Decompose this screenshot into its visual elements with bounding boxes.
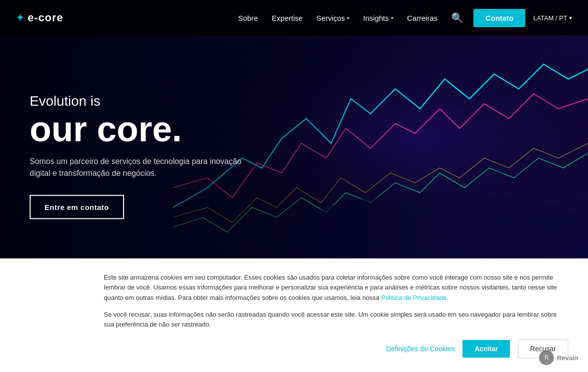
cookie-accept-button[interactable]: Aceitar <box>462 340 509 358</box>
cookie-secondary-text: Se você recusar, suas informações não se… <box>104 310 568 330</box>
search-button[interactable]: 🔍 <box>451 12 463 24</box>
main-header: ✦ e-core Sobre Expertise Serviços ▾ Insi… <box>0 0 588 36</box>
nav-item-servicos[interactable]: Serviços ▾ <box>317 14 350 22</box>
revain-label: Revain <box>557 354 578 362</box>
hero-description: Somos um parceiro de serviços de tecnolo… <box>30 156 242 179</box>
logo-area: ✦ e-core <box>16 11 63 24</box>
lang-selector[interactable]: LATAM / PT ▾ <box>533 14 572 22</box>
revain-badge: R Revain <box>539 350 578 365</box>
logo-text-label: e-core <box>28 11 63 24</box>
nav-item-carreiras[interactable]: Carreiras <box>407 14 438 22</box>
lang-label: LATAM / PT <box>533 14 567 22</box>
cookie-main-text: Este site armazena cookies em seu comput… <box>104 273 568 302</box>
insights-chevron-icon: ▾ <box>391 15 393 21</box>
logo-star-icon: ✦ <box>16 12 25 24</box>
logo[interactable]: ✦ e-core <box>16 11 63 24</box>
servicos-chevron-icon: ▾ <box>347 15 349 21</box>
lang-chevron-icon: ▾ <box>569 15 572 21</box>
hero-subtitle: Evolution is <box>30 93 242 109</box>
hero-cta-button[interactable]: Entre em contato <box>30 195 124 219</box>
cookie-actions: Definições de Cookies Aceitar Recusar <box>104 339 568 358</box>
revain-icon: R <box>539 350 554 365</box>
hero-title: our core. <box>30 111 242 147</box>
cookie-banner: Este site armazena cookies em seu comput… <box>0 258 588 372</box>
main-nav: Sobre Expertise Serviços ▾ Insights ▾ Ca… <box>238 14 437 22</box>
search-icon: 🔍 <box>451 12 463 24</box>
nav-item-insights[interactable]: Insights ▾ <box>363 14 393 22</box>
nav-item-sobre[interactable]: Sobre <box>238 14 258 22</box>
privacy-policy-link[interactable]: Política de Privacidade <box>381 294 446 301</box>
contato-button[interactable]: Contato <box>473 9 525 27</box>
cookie-settings-button[interactable]: Definições de Cookies <box>386 345 455 353</box>
nav-item-expertise[interactable]: Expertise <box>272 14 303 22</box>
hero-section: Evolution is our core. Somos um parceiro… <box>0 0 588 277</box>
hero-content: Evolution is our core. Somos um parceiro… <box>30 93 242 219</box>
